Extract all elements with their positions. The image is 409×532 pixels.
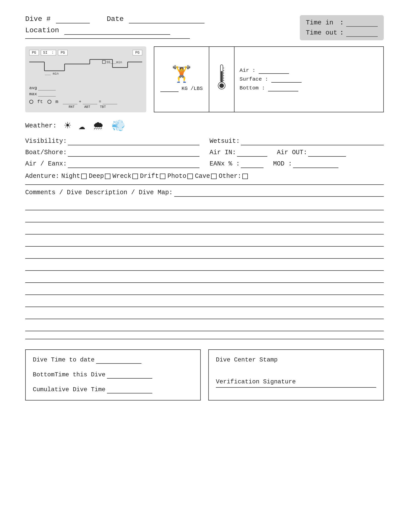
ft-radio[interactable]: ft (29, 99, 43, 105)
comments-header-field[interactable] (174, 189, 384, 197)
drift-label: Drift (140, 173, 159, 180)
boat-shore-field[interactable] (68, 149, 199, 157)
weight-icon: 🏋 (171, 67, 192, 83)
visibility-field[interactable] (68, 138, 199, 145)
night-label: Night (61, 173, 80, 180)
avg-label: avg (29, 86, 37, 90)
weather-cloudy-icon[interactable]: ☁️ (78, 119, 85, 132)
air-eanx-field[interactable] (68, 160, 199, 168)
bottom-time-field[interactable] (107, 371, 152, 379)
cumulative-dive-time-row: Cumulative Dive Time (33, 386, 193, 393)
night-checkbox[interactable] (81, 174, 87, 179)
mod-field[interactable] (293, 160, 338, 168)
time-out-field[interactable] (346, 29, 378, 37)
cumulative-label: Cumulative Dive Time (33, 386, 105, 393)
bottom-temp-field[interactable] (268, 85, 298, 91)
deep-label: Deep (89, 173, 104, 180)
kg-field[interactable] (160, 86, 179, 92)
comment-line-1[interactable] (25, 199, 384, 210)
weather-row: Weather: ☀️ ☁️ 🌧 💨 (25, 119, 384, 132)
comment-line-9[interactable] (25, 296, 384, 307)
rnt-abt-row: + = (63, 99, 117, 104)
wetsuit-label: Wetsuit: (210, 138, 240, 145)
eanx-pct-field[interactable] (241, 160, 264, 168)
comments-section: Comments / Dive Description / Dive Map: (25, 189, 384, 331)
comment-line-8[interactable] (25, 284, 384, 295)
abt-field[interactable] (83, 99, 97, 104)
max-field[interactable] (38, 91, 56, 96)
location-field[interactable] (64, 26, 170, 35)
stamp-title: Dive Center Stamp (216, 356, 376, 363)
abt-label: ABT (80, 105, 94, 109)
weather-label: Weather: (25, 122, 57, 129)
wetsuit-field[interactable] (241, 138, 384, 145)
comment-line-6[interactable] (25, 260, 384, 271)
avg-field[interactable] (38, 85, 56, 90)
verification-label: Verification Signature (216, 378, 376, 385)
comment-line-5[interactable] (25, 248, 384, 259)
weather-rain-icon[interactable]: 🌧 (93, 119, 104, 132)
weather-sunny-icon[interactable]: ☀️ (64, 119, 71, 132)
comment-line-11[interactable] (25, 320, 384, 331)
eanx-pct-label: EANx % : (210, 160, 240, 168)
pg-box-3: PG (133, 50, 142, 55)
dive-time-to-date-field[interactable] (96, 356, 141, 364)
other-label: Other: (219, 173, 241, 180)
time-in-colon: : (340, 19, 344, 26)
wreck-checkbox[interactable] (132, 174, 138, 179)
m-label: m (55, 99, 58, 105)
weather-wind-icon[interactable]: 💨 (111, 119, 125, 132)
header-section: Dive # Date Location Time in : Time out … (25, 15, 384, 44)
air-in-field[interactable] (237, 149, 267, 157)
svg-rect-11 (102, 60, 105, 63)
air-in-out-item: Air IN: Air OUT: (210, 149, 384, 157)
air-temp-row: Air : (240, 68, 378, 74)
header-left: Dive # Date Location (25, 15, 300, 44)
pg-si-row: PG SI : PG PG (29, 50, 142, 55)
pg-box-2: PG (58, 50, 68, 55)
air-out-field[interactable] (308, 149, 346, 157)
bottom-section: Dive Time to date BottomTime this Dive C… (25, 349, 384, 401)
surface-temp-row: Surface : (240, 76, 378, 83)
ft-m-row: ft m + = (29, 99, 142, 105)
photo-checkbox[interactable] (187, 174, 193, 179)
time-out-row: Time out : (306, 29, 378, 37)
comment-line-4[interactable] (25, 236, 384, 247)
comment-line-10[interactable] (25, 308, 384, 319)
dive-date-line: Dive # Date (25, 15, 300, 23)
location-sub-line (25, 38, 190, 39)
cave-checkbox[interactable] (211, 174, 217, 179)
bottom-temp-label: Bottom : (240, 85, 265, 91)
m-radio[interactable]: m (47, 99, 58, 105)
tbt-field[interactable] (103, 99, 117, 104)
boat-shore-label: Boat/Shore: (25, 149, 67, 156)
verification-signature-line[interactable] (216, 387, 376, 388)
comment-line-2[interactable] (25, 211, 384, 222)
dive-number-field[interactable] (56, 15, 90, 23)
adventure-drift: Drift (140, 173, 165, 180)
time-in-field[interactable] (346, 19, 378, 27)
profile-svg-area: SS___min ___ min (29, 57, 142, 83)
thermometer-svg (215, 63, 228, 91)
rnt-field[interactable] (63, 99, 77, 104)
tbt-label: TBT (96, 105, 110, 109)
drift-checkbox[interactable] (160, 174, 165, 179)
wetsuit-item: Wetsuit: (210, 138, 384, 145)
deep-checkbox[interactable] (105, 174, 110, 179)
cave-label: Cave (195, 173, 210, 180)
adventure-cave: Cave (195, 173, 217, 180)
air-temp-field[interactable] (259, 68, 289, 74)
date-label: Date (107, 15, 124, 23)
surface-temp-field[interactable] (271, 76, 302, 83)
date-field[interactable] (129, 15, 204, 23)
time-box: Time in : Time out : (300, 15, 384, 40)
svg-text:SS___min: SS___min (106, 60, 122, 64)
location-line: Location (25, 26, 300, 35)
comment-line-7[interactable] (25, 272, 384, 283)
cumulative-field[interactable] (107, 386, 152, 393)
max-line: max (29, 91, 142, 96)
comments-label: Comments / Dive Description / Dive Map: (25, 189, 173, 196)
comment-line-3[interactable] (25, 223, 384, 235)
other-checkbox[interactable] (242, 174, 248, 179)
profile-svg: SS___min ___ min (29, 57, 142, 82)
